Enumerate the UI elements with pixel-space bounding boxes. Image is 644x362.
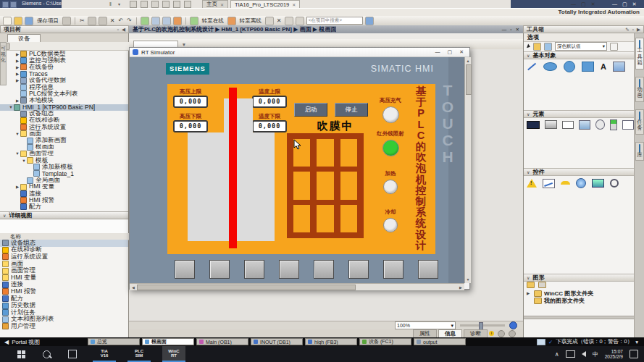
close-icon[interactable]: ✕ xyxy=(459,49,464,55)
breadcrumb-text[interactable]: 基于PLC的吹泡机控制系统设计 ▶ HMI_1 [KTP900 Basic PN… xyxy=(133,25,336,33)
wizard-mode-icon[interactable] xyxy=(544,43,552,51)
function-key[interactable] xyxy=(279,260,299,279)
function-key[interactable] xyxy=(314,260,334,279)
close-editors-icon[interactable]: ✕ xyxy=(277,17,282,24)
collapsed-side-tab[interactable]: 可视化 xyxy=(0,42,7,85)
rt-simulator-titlebar[interactable]: RT Simulator — ▢ ✕ xyxy=(130,48,469,57)
task-card-tab[interactable]: 任务 xyxy=(635,109,644,135)
go-offline-label[interactable]: 转至离线 xyxy=(240,17,262,25)
vm-fullscreen-icon[interactable] xyxy=(162,1,170,8)
taskbar-app-button[interactable]: PLC SIM xyxy=(127,346,151,362)
small-folder-icon[interactable] xyxy=(527,282,535,288)
zoom-slider[interactable] xyxy=(460,324,505,327)
open-editor-button[interactable]: INOUT (DB1) xyxy=(251,338,303,345)
horizontal-scroll-thumb[interactable] xyxy=(137,285,356,290)
start-simulation-icon[interactable] xyxy=(173,17,182,25)
fit-view-icon[interactable] xyxy=(509,321,517,329)
section-controls[interactable]: ∨ 控件 xyxy=(524,168,634,176)
function-key[interactable] xyxy=(348,260,369,279)
tree-expand-icon[interactable]: ▼ xyxy=(14,151,20,156)
tree-item[interactable]: ▼ 画面管理 xyxy=(0,151,128,157)
start-button[interactable]: 启动 xyxy=(294,103,327,117)
expand-panel-icon[interactable]: ▶ xyxy=(637,27,640,33)
tree-item[interactable]: HMI 报警 xyxy=(0,197,128,203)
undo-icon[interactable]: ↶ xyxy=(118,17,123,24)
ellipse-tool-icon[interactable] xyxy=(543,62,557,71)
task-card-tab[interactable]: 工具箱 xyxy=(635,38,644,70)
pin-icon[interactable]: ▫ xyxy=(117,27,119,33)
close-icon[interactable]: ✕ xyxy=(591,1,595,7)
input-language-indicator[interactable]: 中 xyxy=(593,350,598,358)
start-button[interactable] xyxy=(17,350,25,358)
tree-item[interactable]: ▶ 本地模块 xyxy=(0,97,128,104)
simulator-horizontal-scrollbar[interactable]: ◀ ▶ xyxy=(130,283,464,290)
print-icon[interactable] xyxy=(62,17,71,25)
circle-tool-icon[interactable] xyxy=(564,61,575,72)
object-mode-icon[interactable] xyxy=(533,43,541,51)
io-field-input[interactable]: 0,000 xyxy=(173,120,208,132)
tray-expand-icon[interactable]: ∧ xyxy=(555,351,559,358)
tree-expand-icon[interactable]: ▶ xyxy=(14,98,20,103)
open-editor-button[interactable]: Main (OB1) xyxy=(196,338,248,345)
download-status[interactable]: ✓ 下载完成（错误：0；警告：0） ▾ xyxy=(537,338,644,345)
symbolic-io-tool-icon[interactable] xyxy=(562,121,574,129)
section-graphics[interactable]: ∨ 图形 xyxy=(524,274,634,282)
display-tray-icon[interactable] xyxy=(566,350,575,358)
detail-view-header[interactable]: ∨ 详细视图 xyxy=(0,211,128,219)
taskbar-app-button[interactable]: WinC RT xyxy=(162,346,185,362)
tree-expand-icon[interactable]: ▼ xyxy=(21,159,27,163)
pin-icon[interactable]: ▫ xyxy=(632,27,634,33)
download-icon[interactable] xyxy=(151,17,160,25)
tree-item[interactable]: 添加新画面 xyxy=(0,137,128,143)
task-view-icon[interactable] xyxy=(68,350,77,358)
vm-clock-icon[interactable] xyxy=(141,1,148,8)
button-tool-icon[interactable] xyxy=(545,120,557,129)
vm-console-icon[interactable] xyxy=(184,1,191,8)
zoom-select[interactable]: 100% ▾ xyxy=(395,321,456,329)
tree-expand-icon[interactable]: ▼ xyxy=(14,132,20,136)
alarm-view-tool-icon[interactable]: ! xyxy=(527,179,537,188)
scroll-right-icon[interactable]: ▶ xyxy=(458,285,464,290)
restore-icon[interactable]: ▢ xyxy=(581,1,586,7)
simulator-vertical-scrollbar[interactable]: ▲ ▼ xyxy=(464,57,471,283)
function-key[interactable] xyxy=(175,260,195,279)
open-editor-button[interactable]: output xyxy=(414,338,466,345)
taskbar-app-button[interactable]: TIA V16 xyxy=(93,346,116,362)
status-caret-icon[interactable]: ▾ xyxy=(635,339,638,345)
tree-expand-icon[interactable]: ▶ xyxy=(14,65,20,70)
open-editor-button[interactable]: high (FB3) xyxy=(305,338,357,345)
function-key[interactable] xyxy=(418,260,438,279)
tree-item[interactable]: 全局画面 xyxy=(0,177,128,184)
tree-expand-icon[interactable]: ▶ xyxy=(14,185,20,189)
minimize-icon[interactable]: — xyxy=(612,1,617,7)
function-key[interactable] xyxy=(244,260,264,279)
split-horizontal-icon[interactable] xyxy=(285,17,293,25)
open-editor-button[interactable]: 根画面 xyxy=(142,338,194,345)
minimize-icon[interactable]: — xyxy=(571,1,576,7)
section-elements[interactable]: ∨ 元素 xyxy=(524,110,634,118)
editor-close-icon[interactable]: ✕ xyxy=(516,27,519,33)
speaker-tray-icon[interactable] xyxy=(582,351,586,357)
text-tool-icon[interactable]: A xyxy=(601,62,606,71)
task-card-tab[interactable]: 动画 xyxy=(635,77,644,102)
tree-item[interactable]: Template_1 xyxy=(0,170,128,177)
notification-center-icon[interactable] xyxy=(630,350,638,358)
tree-item[interactable]: ▼ 画面 xyxy=(0,130,128,137)
system-diagnostics-tool-icon[interactable] xyxy=(610,179,619,188)
edit-icon[interactable]: ✎ xyxy=(625,27,629,33)
inspector-tab[interactable]: 诊断 xyxy=(464,329,488,337)
tree-item[interactable]: ▶ 在线备份 xyxy=(0,64,128,70)
inspector-round-button[interactable] xyxy=(509,330,516,337)
tree-expand-icon[interactable]: ▶ xyxy=(14,78,20,83)
task-card-tab[interactable]: 库 xyxy=(635,142,644,161)
delete-icon[interactable]: ✕ xyxy=(110,17,115,24)
inspector-tab[interactable]: 信息 xyxy=(438,329,462,337)
folder-link-icon[interactable] xyxy=(538,282,546,288)
trend-view-tool-icon[interactable] xyxy=(543,179,555,188)
io-field-input[interactable]: 0,000 xyxy=(252,120,287,132)
go-offline-icon[interactable] xyxy=(227,17,236,25)
save-project-label[interactable]: 保存项目 xyxy=(37,17,59,25)
scroll-up-icon[interactable]: ▲ xyxy=(465,59,471,63)
rectangle-tool-icon[interactable] xyxy=(582,62,594,72)
tree-item[interactable]: ▶ HMI 变量 xyxy=(0,184,128,190)
